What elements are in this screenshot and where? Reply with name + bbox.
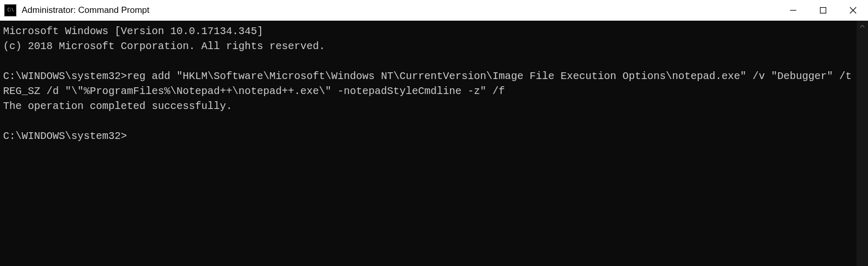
chevron-up-icon: [860, 24, 865, 29]
minimize-button[interactable]: [778, 0, 808, 20]
maximize-icon: [819, 7, 827, 14]
console-line-copyright: (c) 2018 Microsoft Corporation. All righ…: [3, 40, 325, 52]
close-icon: [849, 7, 857, 14]
console-prompt: C:\WINDOWS\system32>: [3, 70, 127, 82]
console-prompt: C:\WINDOWS\system32>: [3, 130, 127, 142]
cmd-icon: C:\: [4, 4, 17, 17]
svg-rect-1: [821, 7, 826, 13]
vertical-scrollbar[interactable]: [857, 21, 868, 266]
console-line-version: Microsoft Windows [Version 10.0.17134.34…: [3, 25, 263, 37]
console-command: reg add "HKLM\Software\Microsoft\Windows…: [3, 70, 857, 97]
console-area: Microsoft Windows [Version 10.0.17134.34…: [0, 21, 868, 266]
close-button[interactable]: [838, 0, 868, 20]
console-result: The operation completed successfully.: [3, 100, 232, 112]
window-controls: [778, 0, 868, 20]
minimize-icon: [790, 7, 797, 14]
window-title: Administrator: Command Prompt: [22, 5, 150, 15]
titlebar[interactable]: C:\ Administrator: Command Prompt: [0, 0, 868, 21]
scroll-up-button[interactable]: [857, 21, 868, 32]
maximize-button[interactable]: [808, 0, 838, 20]
console-output[interactable]: Microsoft Windows [Version 10.0.17134.34…: [0, 21, 857, 266]
